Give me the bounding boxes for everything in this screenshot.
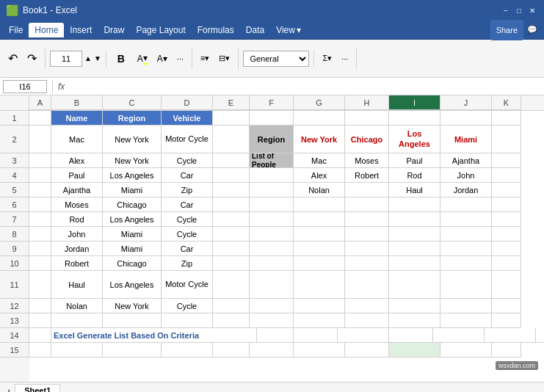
align-button[interactable]: ≡▾ xyxy=(197,48,213,69)
cell-d2[interactable]: Motor Cycle xyxy=(162,126,213,153)
cell-b1[interactable]: Name xyxy=(51,111,103,126)
cell-k1[interactable] xyxy=(492,111,521,126)
undo-button[interactable]: ↶ xyxy=(4,48,21,69)
cell-g11[interactable] xyxy=(294,271,345,299)
cell-i5[interactable]: Haul xyxy=(389,183,440,197)
cell-b9[interactable]: Jordan xyxy=(51,242,103,256)
col-header-j[interactable]: J xyxy=(440,95,492,110)
cell-i12[interactable] xyxy=(389,299,440,313)
cell-b13[interactable] xyxy=(51,313,103,328)
cell-k2[interactable] xyxy=(492,126,521,153)
cell-g8[interactable] xyxy=(294,227,345,242)
cell-h7[interactable] xyxy=(345,212,389,227)
font-size-down-icon[interactable]: ▼ xyxy=(94,54,101,62)
cell-k5[interactable] xyxy=(492,183,521,197)
cell-d7[interactable]: Cycle xyxy=(162,212,213,227)
row-header-2[interactable]: 2 xyxy=(0,126,29,153)
cell-a7[interactable] xyxy=(29,212,51,227)
cell-f3[interactable]: List of People xyxy=(250,153,294,168)
comments-button[interactable]: 💬 xyxy=(523,20,541,40)
cell-k3[interactable] xyxy=(492,153,521,168)
col-header-c[interactable]: C xyxy=(103,95,162,110)
cell-b10[interactable]: Robert xyxy=(51,256,103,271)
cell-b11[interactable]: Haul xyxy=(51,271,103,299)
cell-a13[interactable] xyxy=(29,313,51,328)
cell-g15[interactable] xyxy=(294,343,345,357)
cell-a10[interactable] xyxy=(29,256,51,271)
cell-j5[interactable]: Jordan xyxy=(440,183,492,197)
cell-a1[interactable] xyxy=(29,111,51,126)
col-header-d[interactable]: D xyxy=(162,95,213,110)
cell-k6[interactable] xyxy=(492,197,521,212)
row-header-4[interactable]: 4 xyxy=(0,168,29,183)
sum-button[interactable]: Σ▾ xyxy=(319,48,336,69)
cell-e1[interactable] xyxy=(213,111,250,126)
cell-h3[interactable]: Moses xyxy=(345,153,389,168)
cell-a12[interactable] xyxy=(29,299,51,313)
row-header-14[interactable]: 14 xyxy=(0,328,29,343)
cell-a11[interactable] xyxy=(29,271,51,299)
cell-g10[interactable] xyxy=(294,256,345,271)
cell-i2[interactable]: Los Angeles xyxy=(389,126,440,153)
row-header-1[interactable]: 1 xyxy=(0,111,29,126)
cell-h10[interactable] xyxy=(345,256,389,271)
cell-j1[interactable] xyxy=(440,111,492,126)
row-header-11[interactable]: 11 xyxy=(0,271,29,299)
cell-k14[interactable] xyxy=(536,328,544,343)
row-header-12[interactable]: 12 xyxy=(0,299,29,313)
cell-b3[interactable]: Alex xyxy=(51,153,103,168)
col-header-h[interactable]: H xyxy=(345,95,389,110)
cell-i14[interactable] xyxy=(433,328,485,343)
cell-h9[interactable] xyxy=(345,242,389,256)
cell-h12[interactable] xyxy=(345,299,389,313)
cell-e7[interactable] xyxy=(213,212,250,227)
cell-e14[interactable] xyxy=(257,328,294,343)
cell-d8[interactable]: Cycle xyxy=(162,227,213,242)
cell-a15[interactable] xyxy=(29,343,51,357)
more-ribbon-button[interactable]: ··· xyxy=(338,48,352,69)
cell-d15[interactable] xyxy=(162,343,213,357)
font-size-input[interactable] xyxy=(50,51,82,67)
col-header-g[interactable]: G xyxy=(294,95,345,110)
cell-j4[interactable]: John xyxy=(440,168,492,183)
cell-d4[interactable]: Car xyxy=(162,168,213,183)
cell-e2[interactable] xyxy=(213,126,250,153)
cell-c7[interactable]: Los Angeles xyxy=(103,212,162,227)
menu-view[interactable]: View ▾ xyxy=(270,23,307,37)
share-button[interactable]: Share xyxy=(490,20,523,40)
cell-j6[interactable] xyxy=(440,197,492,212)
cell-e5[interactable] xyxy=(213,183,250,197)
cell-e3[interactable] xyxy=(213,153,250,168)
cell-f2[interactable]: Region xyxy=(250,126,294,153)
cell-f8[interactable] xyxy=(250,227,294,242)
menu-page-layout[interactable]: Page Layout xyxy=(130,23,191,37)
menu-draw[interactable]: Draw xyxy=(98,23,130,37)
cell-a4[interactable] xyxy=(29,168,51,183)
cell-d3[interactable]: Cycle xyxy=(162,153,213,168)
cell-h13[interactable] xyxy=(345,313,389,328)
cell-f15[interactable] xyxy=(250,343,294,357)
col-header-i[interactable]: I xyxy=(389,95,440,110)
menu-home[interactable]: Home xyxy=(29,23,64,37)
cell-k4[interactable] xyxy=(492,168,521,183)
cell-g6[interactable] xyxy=(294,197,345,212)
cell-g1[interactable] xyxy=(294,111,345,126)
cell-j7[interactable] xyxy=(440,212,492,227)
font-color-button[interactable]: A▾ xyxy=(153,48,171,69)
cell-g5[interactable]: Nolan xyxy=(294,183,345,197)
cell-e13[interactable] xyxy=(213,313,250,328)
cell-h15[interactable] xyxy=(345,343,389,357)
menu-file[interactable]: File xyxy=(3,23,29,37)
cell-c1[interactable]: Region xyxy=(103,111,162,126)
col-header-f[interactable]: F xyxy=(250,95,294,110)
cell-i13[interactable] xyxy=(389,313,440,328)
cell-k12[interactable] xyxy=(492,299,521,313)
close-button[interactable]: ✕ xyxy=(526,4,538,16)
cell-f11[interactable] xyxy=(250,271,294,299)
cell-f6[interactable] xyxy=(250,197,294,212)
formula-input[interactable] xyxy=(68,82,541,91)
cell-i7[interactable] xyxy=(389,212,440,227)
cell-f9[interactable] xyxy=(250,242,294,256)
cell-b12[interactable]: Nolan xyxy=(51,299,103,313)
menu-formulas[interactable]: Formulas xyxy=(192,23,240,37)
